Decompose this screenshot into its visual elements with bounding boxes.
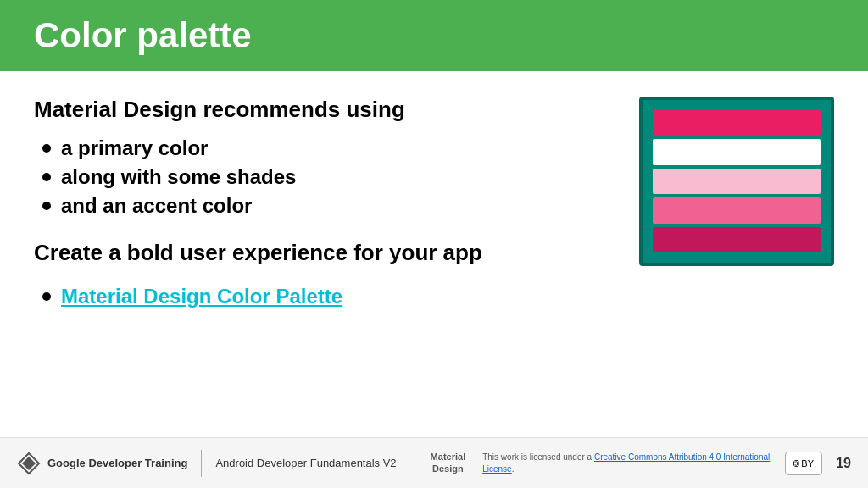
slide-main: Material Design recommends using a prima…	[0, 71, 868, 437]
footer-google: Google Developer Training	[17, 452, 187, 475]
slide-title: Color palette	[34, 15, 834, 56]
bullet-list: a primary color along with some shades a…	[34, 136, 614, 218]
by-symbol: BY	[801, 458, 814, 469]
cc-icon: 🄯 BY	[785, 452, 822, 475]
cc-symbol: 🄯	[793, 457, 799, 469]
intro-text: Material Design recommends using	[34, 97, 614, 123]
slide-header: Color palette	[0, 0, 868, 71]
footer-license-end: .	[512, 464, 515, 474]
slide-footer: Google Developer Training Android Develo…	[0, 437, 868, 488]
bullet-dot	[42, 173, 51, 181]
list-item-text: and an accent color	[61, 194, 252, 218]
list-item-text: along with some shades	[61, 165, 296, 189]
footer-license: This work is licensed under a Creative C…	[482, 452, 775, 475]
footer-material-line1: Material	[431, 452, 466, 463]
list-item-text: a primary color	[61, 136, 208, 160]
footer-google-label: Google Developer Training	[47, 457, 187, 469]
footer-material: Material Design	[431, 452, 466, 474]
bullet-dot	[42, 202, 51, 210]
bold-text: Create a bold user experience for your a…	[34, 240, 614, 266]
footer-course-label: Android Developer Fundamentals V2	[215, 457, 396, 469]
link-list: Material Design Color Palette	[34, 285, 614, 308]
bullet-dot	[42, 292, 51, 301]
palette-stripe-3	[653, 169, 821, 194]
palette-stripe-2	[653, 139, 821, 164]
list-item: a primary color	[42, 136, 614, 160]
bullet-dot	[42, 144, 51, 152]
palette-link[interactable]: Material Design Color Palette	[61, 285, 342, 308]
footer-divider	[201, 450, 202, 477]
color-palette	[639, 97, 834, 266]
list-item: and an accent color	[42, 194, 614, 218]
google-logo-icon	[17, 452, 41, 475]
list-item: along with some shades	[42, 165, 614, 189]
palette-stripe-4	[653, 197, 821, 223]
content-left: Material Design recommends using a prima…	[34, 97, 614, 429]
list-item: Material Design Color Palette	[42, 285, 614, 308]
page-number: 19	[836, 456, 851, 471]
palette-stripe-5	[653, 227, 821, 252]
palette-stripe-1	[653, 110, 821, 136]
footer-material-line2: Design	[432, 463, 464, 474]
footer-license-text: This work is licensed under a	[482, 452, 594, 462]
footer-cc-badge: 🄯 BY	[785, 452, 822, 475]
